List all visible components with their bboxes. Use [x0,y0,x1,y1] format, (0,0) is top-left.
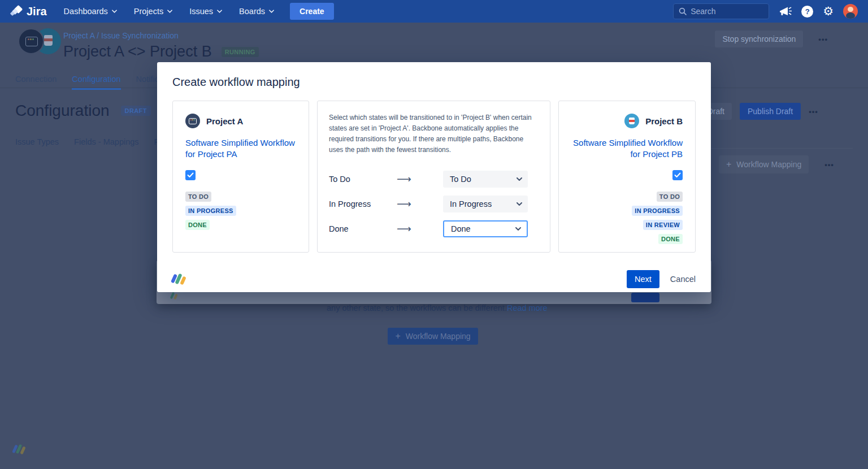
arrow-right-icon: ⟶ [397,173,443,185]
chevron-down-icon [167,10,172,13]
draft-badge: DRAFT [121,106,151,116]
cancel-button[interactable]: Cancel [670,275,696,284]
stop-synchronization-button[interactable]: Stop synchronization [715,31,803,47]
select-value: In Progress [450,199,492,209]
plus-icon: + [395,331,400,341]
project-b-statuses: TO DO IN PROGRESS IN REVIEW DONE [571,192,683,244]
project-a-workflow-link[interactable]: Software Simplified Workflow for Project… [185,137,296,160]
backbone-logo [172,273,185,285]
check-icon [187,172,194,178]
help-icon[interactable]: ? [801,6,813,18]
chevron-down-icon [269,10,274,13]
read-more-link[interactable]: Read more [507,303,548,312]
arrow-right-icon: ⟶ [397,198,443,210]
mapping-row-done: Done ⟶ Done [329,220,539,237]
workflow-mapping-button[interactable]: + Workflow Mapping [719,155,809,173]
project-a-card: Project A Software Simplified Workflow f… [172,101,309,253]
add-workflow-mapping-button[interactable]: + Workflow Mapping [388,328,478,345]
mapping-card: Select which states will be transitioned… [317,101,550,253]
page-title: Project A <> Project B [63,43,212,60]
project-b-name: Project B [645,116,683,126]
mapping-row-in-progress: In Progress ⟶ In Progress [329,196,539,212]
backbone-logo-dimmed [14,444,24,454]
add-workflow-mapping-label: Workflow Mapping [406,332,471,341]
search-box[interactable] [673,3,769,19]
project-b-card: Project B Software Simplified Workflow f… [558,101,696,253]
status-badge-running: RUNNING [222,47,259,57]
question-mark: ? [805,7,810,16]
chevron-down-icon [112,10,117,13]
browser-window-icon [25,37,38,46]
arrow-right-icon: ⟶ [397,223,443,235]
nav-menu: Dashboards Projects Issues Boards [64,7,274,16]
sync-project-avatars [18,28,61,54]
select-value: To Do [450,175,471,184]
coffee-cup-icon [44,35,53,46]
target-state-select-todo[interactable]: To Do [443,171,528,188]
megaphone-icon[interactable] [779,6,792,17]
caption-text: any other state, so the workflows can be… [327,303,507,312]
nav-item-dashboards[interactable]: Dashboards [64,7,117,16]
more-icon[interactable]: ••• [818,35,828,44]
brand-name: Jira [27,5,47,18]
source-state-label: Done [329,224,397,233]
status-badge: TO DO [657,192,683,202]
create-button[interactable]: Create [290,3,334,20]
chevron-down-icon [517,202,522,206]
status-badge: DONE [658,234,683,244]
nav-item-label: Dashboards [64,7,108,16]
create-workflow-mapping-dialog: Create workflow mapping Project A Softwa… [157,62,711,292]
project-a-avatar [18,28,44,54]
project-a-name: Project A [206,116,243,126]
chevron-down-icon [217,10,222,13]
nav-item-label: Boards [239,7,265,16]
user-avatar[interactable] [843,4,858,19]
target-state-select-done[interactable]: Done [443,220,528,237]
subtab-fields-mappings[interactable]: Fields - Mappings [74,137,138,146]
check-icon [674,172,681,178]
config-subtabs: Issue Types Fields - Mappings Fields [15,137,176,146]
mapping-description: Select which states will be transitioned… [329,112,539,155]
top-nav: Jira Dashboards Projects Issues Boards C… [0,0,868,23]
search-input[interactable] [691,7,758,16]
project-a-avatar-icon [185,114,200,128]
status-badge: IN PROGRESS [632,206,683,216]
jira-logo-icon [10,5,23,18]
mapping-row-todo: To Do ⟶ To Do [329,171,539,188]
status-badge: IN PROGRESS [185,206,236,216]
next-button[interactable]: Next [627,270,659,288]
nav-item-label: Projects [134,7,163,16]
workflow-caption: any other state, so the workflows can be… [327,303,548,312]
more-icon[interactable]: ••• [809,107,818,116]
jira-logo[interactable]: Jira [10,5,47,18]
nav-item-boards[interactable]: Boards [239,7,274,16]
project-a-checkbox[interactable] [185,170,196,180]
project-a-statuses: TO DO IN PROGRESS DONE [185,192,296,230]
target-state-select-in-progress[interactable]: In Progress [443,196,528,212]
status-badge: TO DO [185,192,211,202]
publish-draft-button[interactable]: Publish Draft [740,103,801,120]
nav-item-issues[interactable]: Issues [189,7,222,16]
project-b-avatar-icon [624,114,639,128]
dimmed-next-button-remnant [631,293,659,302]
source-state-label: In Progress [329,199,397,209]
chevron-down-icon [517,177,522,181]
chevron-down-icon [515,227,521,231]
section-title: Configuration [15,102,110,120]
status-badge: DONE [185,220,210,230]
project-b-workflow-link[interactable]: Software Simplified Workflow for Project… [571,137,683,160]
plus-icon: + [726,159,731,170]
project-b-checkbox[interactable] [672,170,683,180]
source-state-label: To Do [329,175,397,184]
select-value: Done [451,224,471,233]
subtab-issue-types[interactable]: Issue Types [15,137,59,146]
breadcrumb[interactable]: Project A / Issue Synchronization [63,31,179,40]
backbone-logo-remnant [171,292,177,299]
nav-item-projects[interactable]: Projects [134,7,172,16]
dialog-title: Create workflow mapping [172,76,696,89]
workflow-mapping-label: Workflow Mapping [736,160,801,169]
nav-right: ? ⚙ [673,3,858,19]
search-icon [679,7,687,15]
gear-icon[interactable]: ⚙ [823,6,834,18]
more-icon[interactable]: ••• [824,160,834,169]
